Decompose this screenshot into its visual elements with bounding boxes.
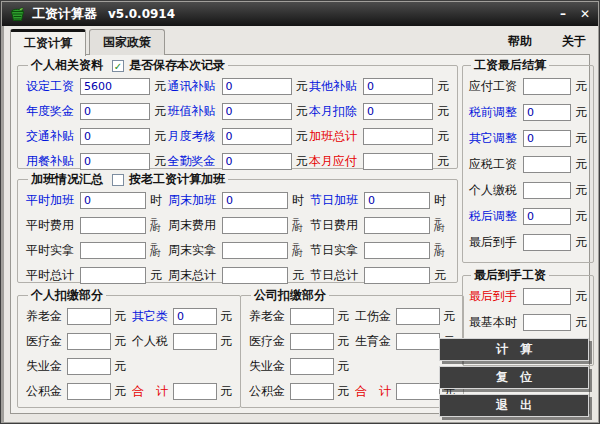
takehome-final-input[interactable] xyxy=(523,288,571,305)
unemployment-personal-input[interactable] xyxy=(67,358,111,375)
pension-company-input[interactable] xyxy=(290,308,334,325)
field-label: 节日加班 xyxy=(310,192,360,209)
app-icon xyxy=(10,7,25,22)
field-label: 合 计 xyxy=(355,383,393,400)
housing-fund-company-input[interactable] xyxy=(290,383,334,400)
help-link[interactable]: 帮助 xyxy=(508,33,532,50)
meal-allowance-input[interactable] xyxy=(80,153,150,170)
field-label: 平时加班 xyxy=(26,192,76,209)
save-record-checkbox[interactable]: ✓ xyxy=(112,60,124,72)
month-payable-input[interactable] xyxy=(363,153,433,170)
group-title: 公司扣缴部分 xyxy=(254,287,326,304)
housing-fund-personal-input[interactable] xyxy=(67,383,111,400)
weekend-ot-rate-input[interactable] xyxy=(222,217,288,234)
group-overtime-summary-title: 加班情况汇总 按老工资计算加班 xyxy=(28,171,228,188)
holiday-ot-hours-input[interactable] xyxy=(364,192,430,209)
maternity-insurance-input[interactable] xyxy=(396,333,440,350)
close-button[interactable]: ✕ xyxy=(580,8,590,20)
annual-bonus-input[interactable] xyxy=(80,103,150,120)
tab-salary-calc[interactable]: 工资计算 xyxy=(10,29,86,56)
unit-label: 元 xyxy=(437,103,449,120)
title-bar: 工资计算器 v5.0.0914 – ✕ xyxy=(2,2,598,26)
monthly-review-input[interactable] xyxy=(222,128,292,145)
posttax-adjust-input[interactable] xyxy=(523,208,571,225)
medical-company-input[interactable] xyxy=(290,333,334,350)
unit-label: 元 xyxy=(575,234,587,251)
unit-label: 元 /时 xyxy=(434,218,449,232)
medical-personal-input[interactable] xyxy=(67,333,111,350)
group-title: 个人相关资料 xyxy=(31,57,103,74)
app-body: 工资计算 国家政策 帮助 关于 个人相关资料 ✓ 是否保存本次记录 设定工资元 … xyxy=(4,26,598,422)
base-hourly-input[interactable] xyxy=(523,314,571,331)
field-row: 本月应付元 xyxy=(309,152,449,170)
weekday-ot-rate-input[interactable] xyxy=(80,217,146,234)
unit-label: 元 xyxy=(575,78,587,95)
personal-deduction-total-input[interactable] xyxy=(173,383,217,400)
unit-label: 元 xyxy=(296,103,308,120)
field-label: 应付工资 xyxy=(469,78,519,95)
field-row: 节日实拿元 /时 xyxy=(310,241,449,259)
unemployment-company-input[interactable] xyxy=(290,358,334,375)
set-salary-input[interactable] xyxy=(80,78,150,95)
weekday-ot-total-input[interactable] xyxy=(80,267,146,284)
old-salary-overtime-checkbox[interactable] xyxy=(112,174,124,186)
field-row: 通讯补贴元 xyxy=(168,77,308,95)
field-row: 全勤奖金元 xyxy=(168,152,308,170)
unit-label: 元 xyxy=(114,383,126,400)
app-window: 工资计算器 v5.0.0914 – ✕ 工资计算 国家政策 帮助 关于 个人相关… xyxy=(0,0,600,424)
shift-allowance-input[interactable] xyxy=(222,103,292,120)
unit-label: 元 xyxy=(437,78,449,95)
tab-national-policy[interactable]: 国家政策 xyxy=(89,29,165,55)
field-label: 其它调整 xyxy=(469,130,519,147)
personal-tax-input[interactable] xyxy=(173,333,217,350)
weekend-ot-hours-input[interactable] xyxy=(222,192,288,209)
calculate-button[interactable]: 计 算 xyxy=(439,338,589,361)
unit-label: 元 xyxy=(114,358,126,375)
group-personal-deduction: 个人扣缴部分 养老金元 其它类元 医疗金元 个人税元 失业金元 公 xyxy=(17,287,241,408)
personal-tax-paid-input[interactable] xyxy=(523,182,571,199)
field-label: 合 计 xyxy=(132,383,170,400)
transport-allowance-input[interactable] xyxy=(80,128,150,145)
field-label: 税后调整 xyxy=(469,208,519,225)
field-row: 其它调整元 xyxy=(469,129,587,147)
unit-label: 元 /时 xyxy=(150,218,165,232)
unit-label: 元 xyxy=(575,104,587,121)
holiday-ot-actual-input[interactable] xyxy=(364,242,430,259)
taxable-salary-input[interactable] xyxy=(523,156,571,173)
field-row: 交通补贴元 xyxy=(26,127,166,145)
field-label: 周末总计 xyxy=(168,267,218,284)
other-allowance-input[interactable] xyxy=(363,78,433,95)
about-link[interactable]: 关于 xyxy=(562,33,586,50)
field-label: 交通补贴 xyxy=(26,128,76,145)
month-deduction-input[interactable] xyxy=(363,103,433,120)
field-row: 节日加班时 xyxy=(310,191,449,209)
holiday-ot-total-input[interactable] xyxy=(364,267,430,284)
field-label: 公积金 xyxy=(26,383,64,400)
group-title: 个人扣缴部分 xyxy=(31,287,103,304)
reset-button[interactable]: 复 位 xyxy=(439,366,589,389)
weekday-ot-hours-input[interactable] xyxy=(80,192,146,209)
window-title: 工资计算器 xyxy=(32,5,97,23)
field-label: 节日费用 xyxy=(310,217,360,234)
field-row: 其他补贴元 xyxy=(309,77,449,95)
final-amount-input[interactable] xyxy=(523,234,571,251)
weekend-ot-actual-input[interactable] xyxy=(222,242,288,259)
other-adjust-input[interactable] xyxy=(523,130,571,147)
attendance-bonus-input[interactable] xyxy=(222,153,292,170)
group-personal-info: 个人相关资料 ✓ 是否保存本次记录 设定工资元 年度奖金元 交通补贴元 用餐补贴… xyxy=(17,57,458,169)
holiday-ot-rate-input[interactable] xyxy=(364,217,430,234)
overtime-total-input[interactable] xyxy=(363,128,433,145)
company-deduction-total-input[interactable] xyxy=(396,383,440,400)
comm-allowance-input[interactable] xyxy=(222,78,292,95)
other-deduction-input[interactable] xyxy=(173,308,217,325)
weekend-ot-total-input[interactable] xyxy=(222,267,288,284)
field-row: 周末总计元 xyxy=(168,266,307,284)
minimize-button[interactable]: – xyxy=(560,8,566,20)
field-label: 周末加班 xyxy=(168,192,218,209)
pension-personal-input[interactable] xyxy=(67,308,111,325)
exit-button[interactable]: 退 出 xyxy=(439,394,589,417)
injury-insurance-input[interactable] xyxy=(396,308,440,325)
payable-salary-input[interactable] xyxy=(523,78,571,95)
pretax-adjust-input[interactable] xyxy=(523,104,571,121)
weekday-ot-actual-input[interactable] xyxy=(80,242,146,259)
